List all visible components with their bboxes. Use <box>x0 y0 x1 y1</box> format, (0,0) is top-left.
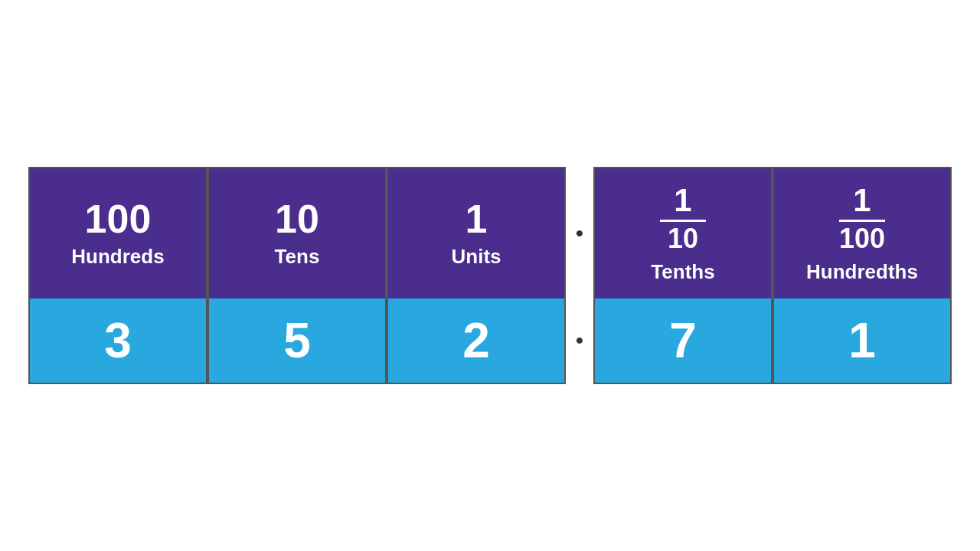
hundredths-cell: 1 100 Hundredths 1 <box>773 167 952 384</box>
tens-label: Tens <box>275 245 320 269</box>
hundredths-numerator: 1 <box>853 183 871 218</box>
tenths-label: Tenths <box>651 260 714 284</box>
hundredths-header: 1 100 Hundredths <box>774 168 950 298</box>
units-header: 1 Units <box>388 168 564 298</box>
tens-header: 10 Tens <box>209 168 385 298</box>
decimal-group: 1 10 Tenths 7 1 100 Hundredths 1 <box>593 167 952 384</box>
tens-header-number: 10 <box>275 199 319 239</box>
units-label: Units <box>452 245 501 269</box>
tenths-fraction: 1 10 <box>660 183 706 254</box>
place-value-chart: 100 Hundreds 3 10 Tens 5 1 Units 2 • • <box>28 167 952 384</box>
hundredths-fraction-bar <box>839 220 885 222</box>
decimal-dot-bottom: • <box>568 298 591 383</box>
units-value: 2 <box>388 298 564 383</box>
whole-number-group: 100 Hundreds 3 10 Tens 5 1 Units 2 <box>28 167 566 384</box>
tenths-numerator: 1 <box>674 183 691 218</box>
hundredths-value: 1 <box>774 298 950 383</box>
hundreds-header: 100 Hundreds <box>30 168 206 298</box>
units-cell: 1 Units 2 <box>387 167 566 384</box>
tenths-fraction-bar <box>660 220 706 222</box>
units-header-number: 1 <box>466 199 488 239</box>
tenths-cell: 1 10 Tenths 7 <box>593 167 773 384</box>
hundreds-label: Hundreds <box>71 245 164 269</box>
hundreds-cell: 100 Hundreds 3 <box>28 167 207 384</box>
tenths-header: 1 10 Tenths <box>595 168 771 298</box>
tens-cell: 10 Tens 5 <box>207 167 387 384</box>
decimal-dot-top: • <box>568 168 591 298</box>
hundredths-fraction: 1 100 <box>839 183 885 254</box>
hundredths-label: Hundredths <box>806 260 918 284</box>
hundredths-denominator: 100 <box>839 223 885 254</box>
tenths-denominator: 10 <box>668 223 698 254</box>
hundreds-header-number: 100 <box>85 199 152 239</box>
tenths-value: 7 <box>595 298 771 383</box>
hundreds-value: 3 <box>30 298 206 383</box>
tens-value: 5 <box>209 298 385 383</box>
